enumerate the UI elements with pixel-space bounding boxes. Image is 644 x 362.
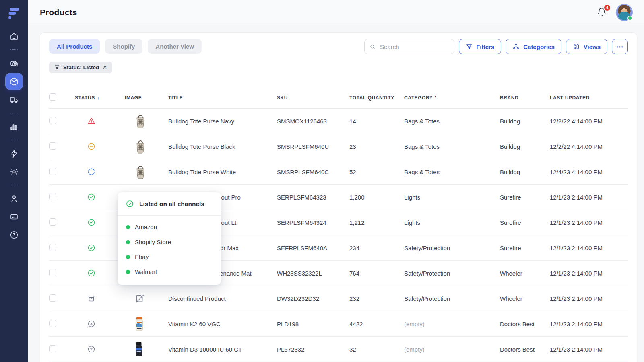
sidebar-item-truck[interactable] <box>6 91 23 108</box>
sidebar-divider <box>6 109 23 117</box>
product-photo-tote <box>134 164 147 179</box>
total-quantity: 1,212 <box>349 219 404 226</box>
row-checkbox[interactable] <box>49 320 56 327</box>
channel-item-ebay: Ebay <box>118 249 221 264</box>
row-checkbox[interactable] <box>49 142 56 150</box>
row-checkbox[interactable] <box>49 117 56 124</box>
status-listed-icon[interactable] <box>87 218 96 227</box>
truck-icon <box>9 95 19 105</box>
sidebar-item-user[interactable] <box>6 190 23 207</box>
product-image <box>134 316 144 331</box>
column-header-category-1[interactable]: CATEGORY 1 <box>404 95 500 101</box>
column-header-last-updated[interactable]: LAST UPDATED <box>550 95 628 101</box>
last-updated: 12/2/22 4:14:00 PM <box>550 143 628 150</box>
table-row: Bulldog Tote Purse NavySMSMOX112646314Ba… <box>49 109 628 134</box>
category-1: (empty) <box>404 321 500 327</box>
row-checkbox[interactable] <box>49 168 56 175</box>
sidebar-divider <box>6 181 23 189</box>
status-unlisted-icon[interactable] <box>87 319 96 328</box>
notifications-button[interactable]: 4 <box>597 7 608 18</box>
filter-chip-status-listed[interactable]: Status: Listed ✕ <box>49 62 112 73</box>
row-checkbox[interactable] <box>49 294 56 302</box>
⋯-button[interactable]: ⋯ <box>612 39 628 54</box>
brand: Bulldog <box>500 169 550 175</box>
sidebar-item-products-cube[interactable] <box>6 73 23 90</box>
views-button[interactable]: Views <box>566 39 607 54</box>
column-header-brand[interactable]: BRAND <box>500 95 550 101</box>
sidebar-item-media[interactable] <box>6 55 23 72</box>
last-updated: 12/4/23 4:14:00 PM <box>550 169 628 175</box>
last-updated: 12/2/22 4:14:00 PM <box>550 118 628 125</box>
tab-shopify[interactable]: Shopify <box>105 39 142 54</box>
toolbar-buttons: FiltersCategoriesViews⋯ <box>459 39 628 54</box>
status-listed-icon[interactable] <box>87 193 96 202</box>
brand: Doctors Best <box>500 321 550 327</box>
channel-label: Walmart <box>135 268 157 275</box>
brand: Bulldog <box>500 118 550 125</box>
status-listed-icon[interactable] <box>87 243 96 252</box>
last-updated: 12/1/23 2:14:00 PM <box>550 321 628 327</box>
sidebar-item-billing-card[interactable] <box>6 208 23 225</box>
channel-label: Ebay <box>135 253 149 260</box>
column-header-total-quantity[interactable]: TOTAL QUANTITY <box>349 95 404 101</box>
status-unlisted-icon[interactable] <box>87 345 96 354</box>
sidebar-item-help[interactable] <box>6 226 23 243</box>
product-title: Bulldog Tote Purse Black <box>168 143 277 150</box>
total-quantity: 14 <box>349 118 404 125</box>
row-checkbox[interactable] <box>49 269 56 276</box>
status-listed-icon[interactable] <box>87 269 96 278</box>
divider <box>9 111 19 115</box>
tab-another-view[interactable]: Another View <box>148 39 202 54</box>
tab-all-products[interactable]: All Products <box>49 39 100 54</box>
row-checkbox[interactable] <box>49 244 56 251</box>
table-header-row: STATUS↑IMAGETITLESKUTOTAL QUANTITYCATEGO… <box>49 88 628 109</box>
brand: Surefire <box>500 245 550 251</box>
column-header-sku[interactable]: SKU <box>277 95 349 101</box>
category-1: Lights <box>404 219 500 226</box>
status-syncing-icon[interactable] <box>87 167 96 176</box>
select-all-checkbox[interactable] <box>49 93 56 101</box>
column-header-status[interactable]: STATUS↑ <box>75 95 125 101</box>
divider <box>9 48 19 51</box>
media-icon <box>9 59 19 68</box>
sidebar-item-gear[interactable] <box>6 163 23 180</box>
brand: Bulldog <box>500 143 550 150</box>
status-error-icon[interactable] <box>87 117 96 125</box>
sidebar-item-home[interactable] <box>6 28 23 45</box>
sidebar-divider <box>6 136 23 144</box>
row-checkbox[interactable] <box>49 345 56 352</box>
product-sku: DW32D232D32 <box>277 295 349 302</box>
brand: Wheeler <box>500 270 550 277</box>
product-photo-tote <box>134 113 147 129</box>
flxpoint-logo-icon[interactable] <box>6 5 23 23</box>
brand: Doctors Best <box>500 346 550 353</box>
select-all-column <box>49 93 75 103</box>
filters-button[interactable]: Filters <box>459 39 501 54</box>
divider <box>9 138 19 142</box>
categories-button[interactable]: Categories <box>506 39 561 54</box>
product-title: Vitamin D3 10000 IU 60 CT <box>168 346 277 353</box>
sidebar-item-bar-chart[interactable] <box>6 118 23 135</box>
divider <box>9 183 19 187</box>
product-sku: SMSRPLSFM640U <box>277 143 349 150</box>
brand: Wheeler <box>500 295 550 302</box>
sidebar-item-lightning[interactable] <box>6 145 23 162</box>
product-image <box>134 341 143 357</box>
remove-filter-icon[interactable]: ✕ <box>103 64 107 70</box>
last-updated: 12/1/23 2:14:00 PM <box>550 295 628 302</box>
row-checkbox[interactable] <box>49 218 56 226</box>
check-circle-icon <box>126 200 134 208</box>
status-paused-icon[interactable] <box>87 142 96 151</box>
status-archived-icon[interactable] <box>87 294 96 303</box>
column-header-title[interactable]: TITLE <box>168 95 277 101</box>
category-1: Bags & Totes <box>404 118 500 125</box>
avatar[interactable] <box>617 5 632 20</box>
channel-status-dot <box>126 240 130 244</box>
search-input[interactable] <box>379 43 449 51</box>
product-photo-tote <box>134 139 147 154</box>
last-updated: 12/1/23 2:14:00 PM <box>550 346 628 353</box>
main-area: Products 4 All ProductsShopifyAnother Vi… <box>28 0 644 362</box>
column-header-image[interactable]: IMAGE <box>125 95 168 101</box>
row-checkbox[interactable] <box>49 193 56 200</box>
billing-card-icon <box>9 212 19 222</box>
